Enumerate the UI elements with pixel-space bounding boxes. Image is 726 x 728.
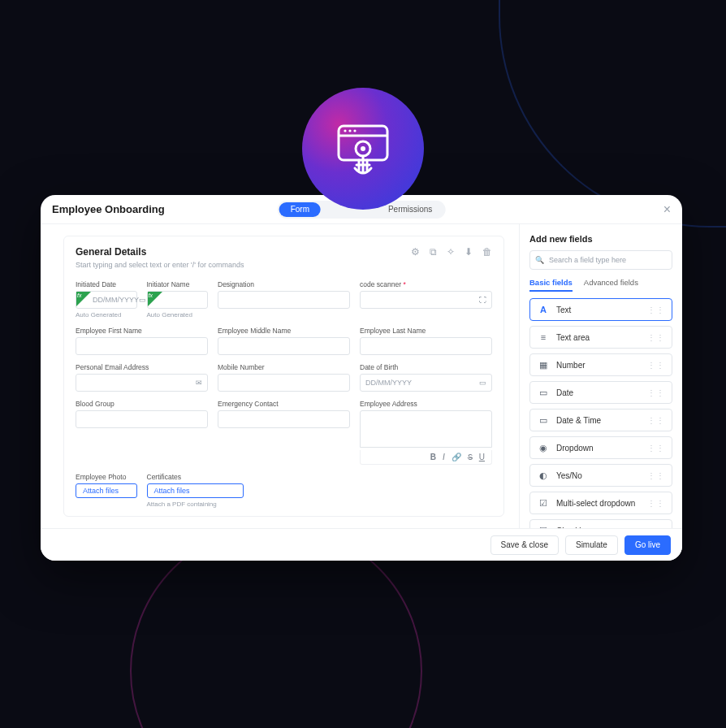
input-code-scanner[interactable]: ⛶ <box>360 291 492 309</box>
drag-handle-icon[interactable]: ⋮⋮ <box>647 333 665 342</box>
field-tile-text-area[interactable]: ≡Text area⋮⋮ <box>529 326 672 349</box>
scan-icon[interactable]: ⛶ <box>479 296 486 304</box>
svg-point-4 <box>353 129 356 132</box>
label-email: Personal Email Address <box>76 363 208 371</box>
copy-icon[interactable]: ⧉ <box>430 246 437 258</box>
placeholder-text: DD/MM/YYYY <box>365 379 412 387</box>
calendar-icon[interactable]: ▭ <box>479 379 486 387</box>
field-tile-label: Checkbox <box>556 526 592 529</box>
field-tile-label: Text area <box>556 333 590 342</box>
section-card: General Details ⚙ ⧉ ✧ ⬇ 🗑 Start typing a… <box>63 236 504 517</box>
drag-handle-icon[interactable]: ⋮⋮ <box>647 526 665 529</box>
envelope-icon: ✉ <box>196 379 202 387</box>
input-email[interactable]: ✉ <box>76 374 208 392</box>
sub-initiated-date: Auto Generated <box>76 311 137 318</box>
drag-handle-icon[interactable]: ⋮⋮ <box>647 306 665 314</box>
fx-badge-icon <box>148 292 162 306</box>
sub-certs: Attach a PDF containing <box>147 500 244 508</box>
app-window: Employee Onboarding Form Workflow Permis… <box>41 195 682 561</box>
label-photo: Employee Photo <box>76 473 137 481</box>
svg-point-3 <box>348 129 351 132</box>
input-mobile[interactable] <box>218 374 350 392</box>
field-type-icon: ≡ <box>537 331 550 344</box>
calendar-icon[interactable]: ▭ <box>139 296 146 304</box>
bold-icon[interactable]: B <box>430 453 436 462</box>
field-type-icon: ▭ <box>537 386 550 399</box>
field-tile-text[interactable]: AText⋮⋮ <box>529 298 672 321</box>
fx-badge-icon <box>76 292 91 306</box>
field-tile-dropdown[interactable]: ◉Dropdown⋮⋮ <box>529 436 672 459</box>
field-type-icon: ◉ <box>537 441 550 454</box>
trash-icon[interactable]: 🗑 <box>482 246 492 258</box>
strike-icon[interactable]: S̶ <box>468 453 473 462</box>
italic-icon[interactable]: I <box>443 453 445 462</box>
attach-photo-button[interactable]: Attach files <box>76 483 137 498</box>
page-title: Employee Onboarding <box>52 203 165 215</box>
input-designation[interactable] <box>218 291 350 309</box>
search-placeholder: Search a field type here <box>549 256 626 264</box>
field-tile-label: Date & Time <box>556 416 601 425</box>
label-middle-name: Employee Middle Name <box>218 327 350 335</box>
input-initiated-date[interactable]: DD/MM/YYYY ▭ <box>76 291 137 309</box>
close-icon[interactable]: × <box>663 202 671 217</box>
input-first-name[interactable] <box>76 337 208 355</box>
input-dob[interactable]: DD/MM/YYYY ▭ <box>360 374 492 392</box>
input-emergency[interactable] <box>218 410 350 428</box>
field-type-icon: ☑ <box>537 524 550 528</box>
attach-certs-button[interactable]: Attach files <box>147 483 244 498</box>
field-tile-label: Yes/No <box>556 471 582 480</box>
field-tile-label: Number <box>556 361 586 370</box>
drag-handle-icon[interactable]: ⋮⋮ <box>647 388 665 397</box>
label-first-name: Employee First Name <box>76 327 208 335</box>
input-last-name[interactable] <box>360 337 492 355</box>
field-tile-yes-no[interactable]: ◐Yes/No⋮⋮ <box>529 464 672 487</box>
drag-handle-icon[interactable]: ⋮⋮ <box>647 416 665 425</box>
drag-handle-icon[interactable]: ⋮⋮ <box>647 361 665 370</box>
field-tile-label: Text <box>556 306 571 314</box>
palette-tab-basic[interactable]: Basic fields <box>529 278 573 292</box>
svg-point-2 <box>344 129 346 132</box>
sub-initiator-name: Auto Generated <box>147 311 209 318</box>
label-emergency: Emergency Contact <box>218 400 350 408</box>
input-middle-name[interactable] <box>218 337 350 355</box>
label-initiator-name: Initiator Name <box>147 280 209 288</box>
field-tile-date[interactable]: ▭Date⋮⋮ <box>529 381 672 404</box>
save-close-button[interactable]: Save & close <box>490 535 559 555</box>
field-type-icon: A <box>537 303 550 316</box>
placeholder-text: DD/MM/YYYY <box>93 296 139 304</box>
download-icon[interactable]: ⬇ <box>465 246 473 258</box>
drag-handle-icon[interactable]: ⋮⋮ <box>647 444 665 453</box>
label-dob: Date of Birth <box>360 363 492 371</box>
input-initiator-name[interactable] <box>147 291 209 309</box>
form-canvas: General Details ⚙ ⧉ ✧ ⬇ 🗑 Start typing a… <box>41 224 520 528</box>
simulate-button[interactable]: Simulate <box>565 535 618 555</box>
input-address[interactable] <box>360 410 492 448</box>
field-tile-number[interactable]: ▦Number⋮⋮ <box>529 353 672 376</box>
drag-handle-icon[interactable]: ⋮⋮ <box>647 471 665 480</box>
gear-icon[interactable]: ⚙ <box>411 246 420 258</box>
field-type-icon: ☑ <box>537 496 550 509</box>
search-icon: 🔍 <box>535 256 544 264</box>
input-blood-group[interactable] <box>76 410 208 428</box>
field-tile-multi-select-dropdown[interactable]: ☑Multi-select dropdown⋮⋮ <box>529 492 672 514</box>
section-title: General Details <box>76 246 146 258</box>
footer: Save & close Simulate Go live <box>41 528 682 561</box>
field-tile-label: Multi-select dropdown <box>556 499 635 508</box>
label-initiated-date: Initiated Date <box>76 280 137 288</box>
rich-text-toolbar: B I 🔗 S̶ U <box>360 450 492 465</box>
tab-form[interactable]: Form <box>279 202 321 217</box>
sparkle-icon[interactable]: ✧ <box>447 246 455 258</box>
underline-icon[interactable]: U <box>479 453 485 462</box>
palette-search[interactable]: 🔍 Search a field type here <box>529 250 672 270</box>
go-live-button[interactable]: Go live <box>624 535 671 555</box>
link-icon[interactable]: 🔗 <box>452 453 461 462</box>
app-window-icon <box>331 116 395 181</box>
palette-title: Add new fields <box>529 234 672 244</box>
drag-handle-icon[interactable]: ⋮⋮ <box>647 499 665 508</box>
section-subtitle: Start typing and select text or enter '/… <box>76 261 492 269</box>
field-type-icon: ▭ <box>537 414 550 427</box>
label-code-scanner: code scanner * <box>360 280 492 288</box>
field-tile-date-time[interactable]: ▭Date & Time⋮⋮ <box>529 409 672 431</box>
palette-tab-advanced[interactable]: Advanced fields <box>584 278 638 292</box>
field-tile-checkbox[interactable]: ☑Checkbox⋮⋮ <box>529 519 672 528</box>
